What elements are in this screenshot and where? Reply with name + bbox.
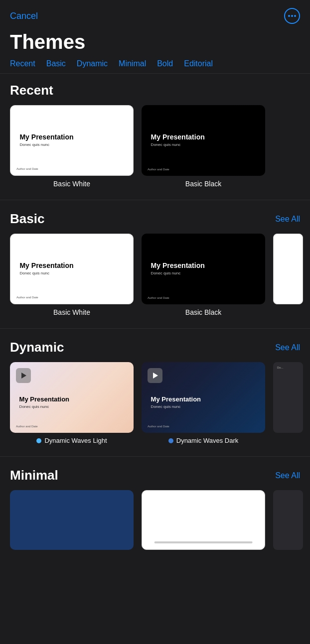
divider-dynamic-minimal	[0, 456, 310, 457]
recent-section: Recent My Presentation Donec quis nunc A…	[0, 83, 310, 188]
dot-indicator-dark	[168, 438, 173, 443]
slide-footer: Author and Date	[148, 168, 169, 171]
slide-content: My Presentation Donec quis nunc	[151, 261, 256, 275]
slide-content: My Presentation Donec quis nunc	[19, 261, 124, 275]
slide-subtitle: Donec quis nunc	[151, 142, 256, 147]
minimal-section: Minimal See All	[0, 468, 310, 554]
theme-label-dynamic-waves-dark: Dynamic Waves Dark	[176, 437, 238, 444]
filter-tab-editorial[interactable]: Editorial	[184, 59, 213, 68]
filter-tab-basic[interactable]: Basic	[46, 59, 66, 68]
theme-card-basic-white-recent[interactable]: My Presentation Donec quis nunc Author a…	[10, 105, 134, 188]
basic-themes-row: My Presentation Donec quis nunc Author a…	[10, 234, 300, 316]
theme-card-dynamic-partial[interactable]: Do...	[273, 362, 303, 444]
basic-section-title: Basic	[10, 211, 44, 227]
dot-indicator-light	[36, 438, 41, 443]
more-options-button[interactable]	[284, 8, 300, 24]
dynamic-waves-dark-label: Dynamic Waves Dark	[168, 437, 238, 444]
slide-content: My Presentation Donec quis nunc	[19, 133, 124, 147]
theme-preview-basic-black: My Presentation Donec quis nunc Author a…	[142, 234, 265, 304]
filter-tab-minimal[interactable]: Minimal	[119, 59, 146, 68]
theme-label-basic-black-recent: Basic Black	[185, 180, 221, 188]
divider-recent-basic	[0, 200, 310, 200]
slide-title: My Presentation	[151, 133, 256, 141]
basic-section-header: Basic See All	[10, 211, 300, 227]
recent-themes-row: My Presentation Donec quis nunc Author a…	[10, 105, 300, 188]
play-icon-light	[16, 368, 31, 383]
theme-card-minimal-white[interactable]	[142, 490, 265, 554]
svg-point-2	[294, 15, 296, 17]
filter-tab-dynamic[interactable]: Dynamic	[77, 59, 108, 68]
slide-footer: Author and Date	[16, 296, 38, 299]
minimal-section-title: Minimal	[10, 468, 58, 483]
theme-preview-basic-black-recent: My Presentation Donec quis nunc Author a…	[142, 105, 265, 176]
dynamic-section-header: Dynamic See All	[10, 340, 300, 355]
slide-subtitle: Donec quis nunc	[19, 142, 124, 147]
slide-title: My Presentation	[151, 396, 256, 403]
top-navigation: Cancel	[0, 0, 310, 29]
theme-card-dynamic-waves-light[interactable]: My Presentation Donec quis nunc Author a…	[10, 362, 134, 444]
play-icon-dark	[148, 368, 162, 383]
theme-preview-basic-white: My Presentation Donec quis nunc Author a…	[10, 234, 134, 304]
theme-card-basic-partial[interactable]	[273, 234, 303, 316]
page-title: Themes	[0, 29, 310, 59]
theme-card-basic-black-recent[interactable]: My Presentation Donec quis nunc Author a…	[142, 105, 265, 188]
theme-label-basic-white: Basic White	[53, 308, 90, 316]
slide-footer: Author and Date	[148, 425, 169, 428]
more-icon	[288, 15, 296, 17]
slide-content: My Presentation Donec quis nunc	[151, 396, 256, 409]
slide-subtitle: Donec quis nunc	[151, 271, 256, 275]
slide-title: My Presentation	[19, 396, 125, 403]
recent-section-header: Recent	[10, 83, 300, 98]
theme-preview-dynamic-partial: Do...	[273, 362, 303, 433]
theme-card-minimal-partial[interactable]	[273, 490, 303, 554]
theme-preview-dynamic-waves-light: My Presentation Donec quis nunc Author a…	[10, 362, 134, 433]
theme-card-dynamic-waves-dark[interactable]: My Presentation Donec quis nunc Author a…	[142, 362, 265, 444]
theme-preview-minimal-dark	[10, 490, 134, 550]
theme-label-dynamic-waves-light: Dynamic Waves Light	[44, 437, 107, 444]
theme-card-basic-white[interactable]: My Presentation Donec quis nunc Author a…	[10, 234, 134, 316]
play-triangle	[21, 373, 26, 379]
partial-label: Do...	[277, 366, 284, 369]
slide-footer: Author and Date	[148, 296, 169, 299]
dynamic-waves-light-label: Dynamic Waves Light	[36, 437, 107, 444]
slide-subtitle: Donec quis nunc	[151, 405, 256, 409]
slide-title: My Presentation	[19, 261, 124, 269]
theme-preview-basic-partial	[273, 234, 303, 304]
svg-point-1	[291, 15, 293, 17]
divider-basic-dynamic	[0, 328, 310, 329]
slide-subtitle: Donec quis nunc	[19, 405, 125, 409]
cancel-button[interactable]: Cancel	[10, 11, 38, 21]
svg-point-0	[288, 15, 290, 17]
minimal-themes-row	[10, 490, 300, 554]
slide-footer: Author and Date	[16, 167, 38, 170]
slide-content: My Presentation Donec quis nunc	[151, 133, 256, 147]
slide-title: My Presentation	[19, 133, 124, 141]
slide-title: My Presentation	[151, 261, 256, 269]
theme-preview-minimal-partial	[273, 490, 303, 550]
play-triangle	[153, 373, 158, 379]
recent-section-title: Recent	[10, 83, 53, 98]
filter-tabs: Recent Basic Dynamic Minimal Bold Editor…	[0, 59, 310, 74]
dynamic-section: Dynamic See All My Presentation Donec qu…	[0, 340, 310, 444]
slide-content: My Presentation Donec quis nunc	[19, 396, 125, 409]
dynamic-section-title: Dynamic	[10, 340, 64, 355]
filter-tab-recent[interactable]: Recent	[10, 59, 35, 68]
minimal-bar	[155, 541, 253, 543]
slide-footer: Author and Date	[16, 425, 38, 428]
minimal-section-header: Minimal See All	[10, 468, 300, 483]
theme-preview-dynamic-waves-dark: My Presentation Donec quis nunc Author a…	[142, 362, 265, 433]
theme-card-basic-black[interactable]: My Presentation Donec quis nunc Author a…	[142, 234, 265, 316]
theme-card-minimal-dark[interactable]	[10, 490, 134, 554]
theme-preview-basic-white-recent: My Presentation Donec quis nunc Author a…	[10, 105, 134, 176]
basic-see-all-button[interactable]: See All	[275, 215, 300, 224]
theme-preview-minimal-white	[142, 490, 265, 550]
dynamic-themes-row: My Presentation Donec quis nunc Author a…	[10, 362, 300, 444]
slide-subtitle: Donec quis nunc	[19, 271, 124, 275]
filter-tab-bold[interactable]: Bold	[157, 59, 173, 68]
theme-label-basic-white-recent: Basic White	[53, 180, 90, 188]
theme-label-basic-black: Basic Black	[185, 308, 221, 316]
minimal-see-all-button[interactable]: See All	[275, 471, 300, 480]
dynamic-see-all-button[interactable]: See All	[275, 343, 300, 352]
basic-section: Basic See All My Presentation Donec quis…	[0, 211, 310, 316]
